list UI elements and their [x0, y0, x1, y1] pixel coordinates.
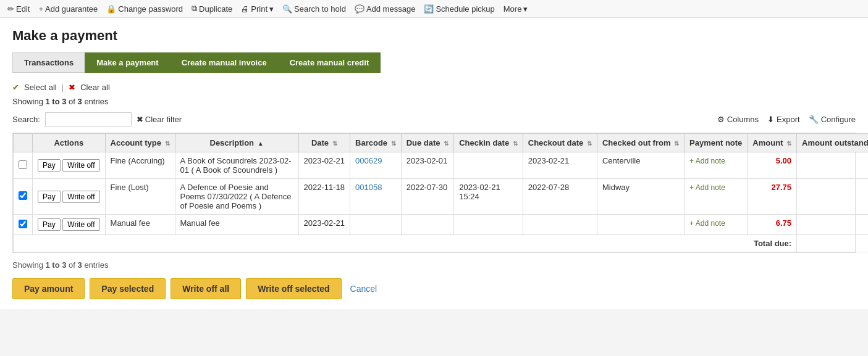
- payments-table: Actions Account type ⇅ Description ▲ Dat…: [13, 133, 868, 252]
- row3-checkbox-cell: [14, 215, 33, 235]
- row1-barcode: 000629: [350, 152, 402, 179]
- pay-selected-button[interactable]: Pay selected: [90, 278, 166, 299]
- sort-checked-out-from: ⇅: [674, 140, 679, 147]
- row3-writeoff-button[interactable]: Write off: [62, 218, 99, 231]
- export-button[interactable]: ⬇ Export: [767, 115, 800, 124]
- th-checkin-date[interactable]: Checkin date ⇅: [454, 134, 523, 152]
- row3-checked-out-from: [597, 215, 684, 235]
- main-content: Make a payment Transactions Make a payme…: [0, 18, 868, 309]
- search-row: Search: ✖ Clear filter ⚙ Columns ⬇ Expor…: [12, 112, 856, 126]
- row1-pay-button[interactable]: Pay: [38, 159, 61, 172]
- row3-actions: Pay Write off: [33, 215, 106, 235]
- row1-writeoff-button[interactable]: Write off: [62, 159, 99, 172]
- row3-account-type: Manual fee: [105, 215, 175, 235]
- tab-transactions[interactable]: Transactions: [12, 52, 85, 73]
- row2-date: 2022-11-18: [298, 179, 350, 215]
- th-actions: Actions: [33, 134, 106, 152]
- row1-payment-note: + Add note: [685, 152, 748, 179]
- row1-actions: Pay Write off: [33, 152, 106, 179]
- total-due-label: Total due:: [754, 239, 791, 248]
- sort-account-type: ⇅: [165, 140, 170, 147]
- pay-amount-button[interactable]: Pay amount: [12, 278, 85, 299]
- row2-checkbox-cell: [14, 179, 33, 215]
- columns-button[interactable]: ⚙ Columns: [717, 115, 759, 124]
- row1-checked-out-from: Centerville: [597, 152, 684, 179]
- tabs-row: Transactions Make a payment Create manua…: [12, 52, 856, 73]
- sort-amount: ⇅: [786, 140, 791, 147]
- row3-due-date: [401, 215, 454, 235]
- row2-due-date: 2022-07-30: [401, 179, 454, 215]
- row2-checkout-date: 2022-07-28: [523, 179, 597, 215]
- th-amount-outstanding[interactable]: Amount outstanding ⇅: [797, 134, 868, 152]
- row2-actions: Pay Write off: [33, 179, 106, 215]
- sort-date: ⇅: [332, 140, 337, 147]
- row2-amount: 27.75: [748, 179, 797, 215]
- th-due-date[interactable]: Due date ⇅: [401, 134, 454, 152]
- row3-pay-button[interactable]: Pay: [38, 218, 61, 231]
- search-right: ⚙ Columns ⬇ Export 🔧 Configure: [717, 115, 856, 124]
- row3-checkbox[interactable]: [19, 220, 27, 228]
- row3-payment-note: + Add note: [685, 215, 748, 235]
- checkmark-icon: ✔: [12, 83, 19, 92]
- row1-checkbox-cell: [14, 152, 33, 179]
- clear-all-link[interactable]: Clear all: [80, 83, 110, 92]
- edit-link[interactable]: ✏ Edit: [7, 4, 30, 14]
- tab-create-manual-invoice[interactable]: Create manual invoice: [170, 52, 279, 73]
- row1-checkin-date: [454, 152, 523, 179]
- th-account-type[interactable]: Account type ⇅: [105, 134, 175, 152]
- add-message-link[interactable]: 💬 Add message: [355, 4, 416, 14]
- row2-add-note-link[interactable]: + Add note: [689, 183, 725, 192]
- print-link[interactable]: 🖨 Print ▾: [241, 4, 274, 14]
- table-row: Pay Write off Fine (Accruing) A Book of …: [14, 152, 869, 179]
- plus-icon: +: [38, 4, 43, 14]
- x-icon: ✖: [69, 83, 75, 92]
- select-all-link[interactable]: Select all: [24, 83, 57, 92]
- search-label: Search:: [12, 115, 40, 124]
- row2-payment-note: + Add note: [685, 179, 748, 215]
- total-row: Total due: 39.50: [14, 235, 869, 252]
- row3-amount-outstanding: 6.75: [797, 215, 868, 235]
- clear-filter-button[interactable]: ✖ Clear filter: [137, 115, 182, 124]
- th-description[interactable]: Description ▲: [175, 134, 298, 152]
- duplicate-link[interactable]: ⧉ Duplicate: [192, 4, 232, 14]
- row2-checked-out-from: Midway: [597, 179, 684, 215]
- row1-amount-outstanding: 5.00: [797, 152, 868, 179]
- footer-showing-text: Showing 1 to 3 of 3 entries: [12, 260, 856, 270]
- schedule-pickup-link[interactable]: 🔄 Schedule pickup: [424, 4, 494, 14]
- row2-checkbox[interactable]: [19, 191, 27, 200]
- th-checked-out-from[interactable]: Checked out from ⇅: [597, 134, 684, 152]
- th-barcode[interactable]: Barcode ⇅: [350, 134, 402, 152]
- tab-create-manual-credit[interactable]: Create manual credit: [278, 52, 381, 73]
- row1-add-note-link[interactable]: + Add note: [689, 157, 725, 165]
- add-guarantee-link[interactable]: + Add guarantee: [38, 4, 98, 14]
- tab-make-payment[interactable]: Make a payment: [85, 52, 170, 73]
- schedule-icon: 🔄: [424, 4, 434, 14]
- table-row: Pay Write off Manual fee Manual fee 2023…: [14, 215, 869, 235]
- change-password-link[interactable]: 🔒 Change password: [106, 4, 183, 14]
- write-off-selected-button[interactable]: Write off selected: [246, 278, 341, 299]
- row2-description: A Defence of Poesie and Poems 07/30/2022…: [175, 179, 298, 215]
- row1-description: A Book of Scoundrels 2023-02-01 ( A Book…: [175, 152, 298, 179]
- columns-icon: ⚙: [717, 115, 725, 124]
- row2-amount-outstanding: 27.75: [797, 179, 868, 215]
- row1-checkbox[interactable]: [19, 160, 27, 169]
- row2-writeoff-button[interactable]: Write off: [62, 191, 99, 203]
- row2-barcode-link[interactable]: 001058: [355, 183, 382, 192]
- cancel-link[interactable]: Cancel: [350, 284, 377, 294]
- row1-barcode-link[interactable]: 000629: [355, 156, 382, 165]
- th-checkout-date[interactable]: Checkout date ⇅: [523, 134, 597, 152]
- row3-add-note-link[interactable]: + Add note: [689, 219, 725, 228]
- sort-barcode: ⇅: [391, 140, 396, 147]
- search-input[interactable]: [45, 112, 132, 126]
- write-off-all-button[interactable]: Write off all: [171, 278, 241, 299]
- table-header-row: Actions Account type ⇅ Description ▲ Dat…: [14, 134, 869, 152]
- row3-date: 2023-02-21: [298, 215, 350, 235]
- row1-amount: 5.00: [748, 152, 797, 179]
- th-amount[interactable]: Amount ⇅: [748, 134, 797, 152]
- th-date[interactable]: Date ⇅: [298, 134, 350, 152]
- configure-button[interactable]: 🔧 Configure: [809, 115, 856, 124]
- row2-pay-button[interactable]: Pay: [38, 191, 61, 203]
- search-to-hold-link[interactable]: 🔍 Search to hold: [282, 4, 346, 14]
- more-link[interactable]: More ▾: [504, 4, 528, 14]
- print-icon: 🖨: [241, 4, 249, 14]
